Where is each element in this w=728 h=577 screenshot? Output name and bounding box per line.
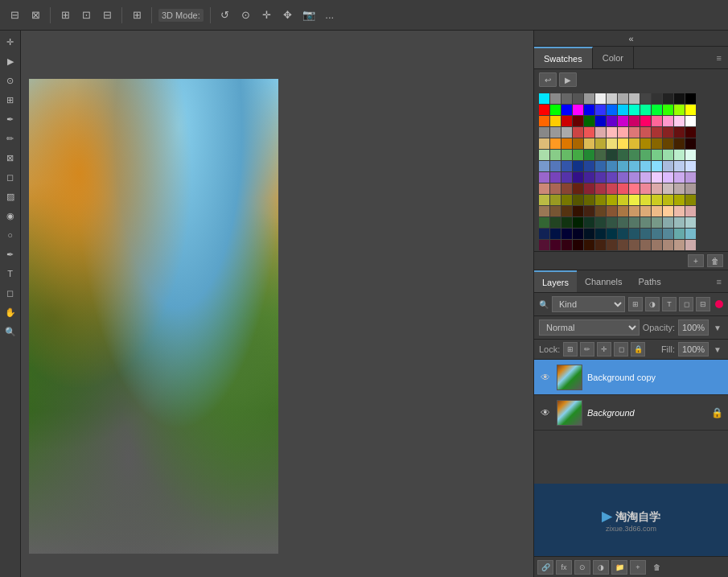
swatch-cell[interactable] bbox=[561, 217, 572, 228]
swatch-cell[interactable] bbox=[607, 195, 617, 205]
swatch-cell[interactable] bbox=[685, 229, 696, 239]
swatch-cell[interactable] bbox=[629, 93, 640, 104]
tool-hand[interactable]: ✋ bbox=[2, 304, 19, 320]
swatch-cell[interactable] bbox=[663, 183, 673, 194]
swatch-cell[interactable] bbox=[595, 240, 606, 250]
swatch-cell[interactable] bbox=[652, 150, 662, 160]
swatch-cell[interactable] bbox=[652, 161, 662, 171]
fill-chevron-icon[interactable]: ▼ bbox=[712, 345, 723, 354]
swatch-cell[interactable] bbox=[607, 116, 617, 126]
swatch-cell[interactable] bbox=[674, 150, 685, 160]
swatch-cell[interactable] bbox=[539, 229, 549, 239]
swatch-cell[interactable] bbox=[618, 93, 628, 104]
swatch-cell[interactable] bbox=[652, 206, 662, 216]
swatch-cell[interactable] bbox=[595, 206, 606, 216]
camera-icon[interactable]: 📷 bbox=[301, 7, 317, 23]
swatch-cell[interactable] bbox=[640, 150, 651, 160]
swatch-cell[interactable] bbox=[550, 150, 561, 160]
swatch-cell[interactable] bbox=[629, 105, 640, 115]
tab-swatches[interactable]: Swatches bbox=[534, 47, 593, 68]
swatch-cell[interactable] bbox=[674, 206, 685, 216]
swatch-add-btn[interactable]: + bbox=[688, 254, 704, 267]
swatch-cell[interactable] bbox=[607, 183, 617, 194]
swatch-cell[interactable] bbox=[652, 172, 662, 183]
swatch-cell[interactable] bbox=[629, 217, 640, 228]
swatch-cell[interactable] bbox=[685, 172, 696, 183]
swatch-cell[interactable] bbox=[539, 93, 549, 104]
swatch-cell[interactable] bbox=[607, 127, 617, 138]
tool-gradient[interactable]: ▨ bbox=[2, 188, 19, 204]
swatch-cell[interactable] bbox=[550, 161, 561, 171]
swatch-cell[interactable] bbox=[550, 195, 561, 205]
swatch-cell[interactable] bbox=[685, 150, 696, 160]
swatch-cell[interactable] bbox=[550, 229, 561, 239]
filter-pixel-icon[interactable]: ⊞ bbox=[628, 297, 643, 311]
swatch-cell[interactable] bbox=[584, 217, 594, 228]
swatch-cell[interactable] bbox=[629, 183, 640, 194]
swatch-cell[interactable] bbox=[685, 105, 696, 115]
swatch-cell[interactable] bbox=[652, 127, 662, 138]
swatch-cell[interactable] bbox=[640, 161, 651, 171]
align-middle-icon[interactable]: ⊡ bbox=[78, 7, 94, 23]
swatch-cell[interactable] bbox=[573, 138, 583, 149]
swatch-cell[interactable] bbox=[618, 138, 628, 149]
swatch-cell[interactable] bbox=[561, 127, 572, 138]
swatch-cell[interactable] bbox=[674, 217, 685, 228]
tool-lasso[interactable]: ⊙ bbox=[2, 72, 19, 89]
swatch-cell[interactable] bbox=[561, 172, 572, 183]
swatch-cell[interactable] bbox=[550, 172, 561, 183]
swatch-cell[interactable] bbox=[629, 116, 640, 126]
swatch-cell[interactable] bbox=[561, 105, 572, 115]
swatch-cell[interactable] bbox=[674, 116, 685, 126]
swatch-cell[interactable] bbox=[573, 195, 583, 205]
swatch-cell[interactable] bbox=[561, 138, 572, 149]
swatch-cell[interactable] bbox=[561, 195, 572, 205]
tool-dodge[interactable]: ○ bbox=[2, 227, 19, 243]
swatch-cell[interactable] bbox=[663, 116, 673, 126]
swatch-cell[interactable] bbox=[685, 127, 696, 138]
pan-icon[interactable]: ✥ bbox=[280, 7, 296, 23]
rotate-icon[interactable]: ↺ bbox=[217, 7, 233, 23]
tab-paths[interactable]: Paths bbox=[631, 270, 669, 292]
tool-crop[interactable]: ⊞ bbox=[2, 92, 19, 108]
swatch-cell[interactable] bbox=[640, 172, 651, 183]
swatch-cell[interactable] bbox=[550, 93, 561, 104]
swatch-cell[interactable] bbox=[584, 127, 594, 138]
swatch-cell[interactable] bbox=[618, 172, 628, 183]
kind-dropdown[interactable]: Kind bbox=[552, 296, 625, 312]
swatch-cell[interactable] bbox=[561, 93, 572, 104]
swatch-cell[interactable] bbox=[550, 127, 561, 138]
swatch-cell[interactable] bbox=[584, 138, 594, 149]
swatch-cell[interactable] bbox=[629, 161, 640, 171]
layer-item[interactable]: 👁Background🔒 bbox=[534, 395, 728, 431]
tab-color[interactable]: Color bbox=[593, 47, 634, 68]
swatch-cell[interactable] bbox=[640, 240, 651, 250]
swatch-cell[interactable] bbox=[595, 161, 606, 171]
swatch-cell[interactable] bbox=[640, 127, 651, 138]
add-style-btn[interactable]: fx bbox=[556, 560, 572, 575]
swatch-cell[interactable] bbox=[561, 229, 572, 239]
swatch-cell[interactable] bbox=[584, 206, 594, 216]
swatch-cell[interactable] bbox=[652, 105, 662, 115]
swatch-cell[interactable] bbox=[663, 138, 673, 149]
swatch-cell[interactable] bbox=[573, 127, 583, 138]
swatch-cell[interactable] bbox=[674, 183, 685, 194]
swatch-cell[interactable] bbox=[607, 105, 617, 115]
swatch-cell[interactable] bbox=[640, 195, 651, 205]
swatch-cell[interactable] bbox=[595, 127, 606, 138]
swatch-cell[interactable] bbox=[573, 116, 583, 126]
swatch-cell[interactable] bbox=[663, 229, 673, 239]
layers-menu-btn[interactable]: ≡ bbox=[710, 277, 728, 286]
swatch-cell[interactable] bbox=[550, 116, 561, 126]
swatch-cell[interactable] bbox=[618, 240, 628, 250]
swatch-cell[interactable] bbox=[618, 195, 628, 205]
swatch-cell[interactable] bbox=[595, 93, 606, 104]
swatch-cell[interactable] bbox=[618, 105, 628, 115]
align-center-icon[interactable]: ⊠ bbox=[27, 7, 43, 23]
align-top-icon[interactable]: ⊞ bbox=[57, 7, 73, 23]
tool-erase[interactable]: ◻ bbox=[2, 169, 19, 185]
swatch-cell[interactable] bbox=[539, 105, 549, 115]
swatch-cell[interactable] bbox=[663, 217, 673, 228]
swatch-cell[interactable] bbox=[640, 116, 651, 126]
swatch-cell[interactable] bbox=[573, 172, 583, 183]
